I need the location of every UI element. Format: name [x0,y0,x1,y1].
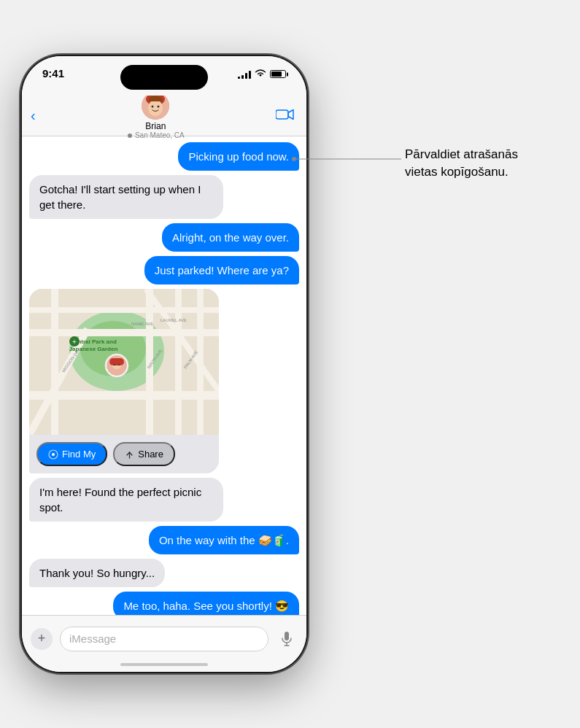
svg-rect-7 [276,110,288,119]
svg-text:LAUREL AVE: LAUREL AVE [161,318,187,322]
signal-icon [238,70,251,79]
message-bubble: Alright, on the way over. [162,223,299,252]
share-icon [125,449,134,459]
wifi-icon [255,69,266,80]
svg-point-4 [152,106,154,108]
contact-name: Brian [145,121,166,131]
annotation-line-svg [288,152,405,181]
message-row: Me too, haha. See you shortly! 😎 [29,592,299,615]
svg-rect-32 [109,358,124,365]
video-call-button[interactable] [276,107,295,125]
annotation-text: Pārvaldiet atrašanās vietas kopīgošanu. [405,146,558,181]
status-icons [238,69,286,80]
location-dot-icon [127,133,133,139]
svg-text:+: + [72,338,77,346]
scene: 9:41 [0,0,580,728]
message-bubble: Gotcha! I'll start setting up when I get… [29,175,223,219]
status-time: 9:41 [42,67,64,80]
avatar [142,92,169,120]
message-row: Alright, on the way over. [29,223,299,252]
mic-icon [282,632,292,646]
message-row: I'm here! Found the perfect picnic spot. [29,478,299,522]
svg-point-5 [158,106,160,108]
message-bubble: I'm here! Found the perfect picnic spot. [29,478,223,522]
message-bubble: Just parked! Where are ya? [144,256,299,284]
share-location-button[interactable]: Share [113,442,175,466]
phone-shell: 9:41 [22,56,306,672]
map-action-buttons: Find My Share [29,435,219,473]
message-bubble: Me too, haha. See you shortly! 😎 [113,592,299,615]
message-input[interactable]: iMessage [60,627,268,651]
dynamic-island [120,65,208,90]
svg-point-3 [148,100,163,116]
add-attachment-button[interactable]: + [31,628,53,650]
svg-point-41 [292,157,296,161]
message-row: On the way with the 🥪🧃. [29,526,299,554]
map-bubble[interactable]: Central Park and Japanese Garden + MISSI… [29,289,219,473]
svg-rect-37 [285,632,289,640]
svg-text:NAME AVE: NAME AVE [131,322,153,326]
home-indicator [120,663,208,666]
message-row: Gotcha! I'll start setting up when I get… [29,175,299,219]
contact-info[interactable]: Brian San Mateo, CA [127,92,185,139]
battery-icon [270,70,286,78]
message-row: Thank you! So hungry... [29,559,299,587]
message-row: Just parked! Where are ya? [29,256,299,284]
svg-point-6 [128,133,132,138]
find-my-icon [48,449,58,460]
chat-area: Picking up food now. Gotcha! I'll start … [22,136,306,615]
back-button[interactable]: ‹ [34,107,36,124]
imessage-placeholder: iMessage [69,632,116,645]
message-bubble: On the way with the 🥪🧃. [149,526,299,554]
svg-rect-16 [175,289,182,435]
message-row: Central Park and Japanese Garden + MISSI… [29,289,299,473]
message-bubble: Thank you! So hungry... [29,559,165,587]
mic-button[interactable] [276,628,298,650]
chevron-left-icon: ‹ [31,107,36,124]
message-bubble: Picking up food now. [178,142,299,171]
nav-bar: ‹ [22,96,306,136]
svg-point-34 [118,364,120,365]
message-row: Picking up food now. [29,142,299,171]
annotation: Pārvaldiet atrašanās vietas kopīgošanu. [405,146,558,181]
svg-rect-14 [51,289,58,435]
svg-point-33 [114,364,115,365]
svg-point-36 [52,453,55,456]
contact-location: San Mateo, CA [127,131,185,139]
find-my-button[interactable]: Find My [36,442,107,466]
map-view[interactable]: Central Park and Japanese Garden + MISSI… [29,289,219,435]
